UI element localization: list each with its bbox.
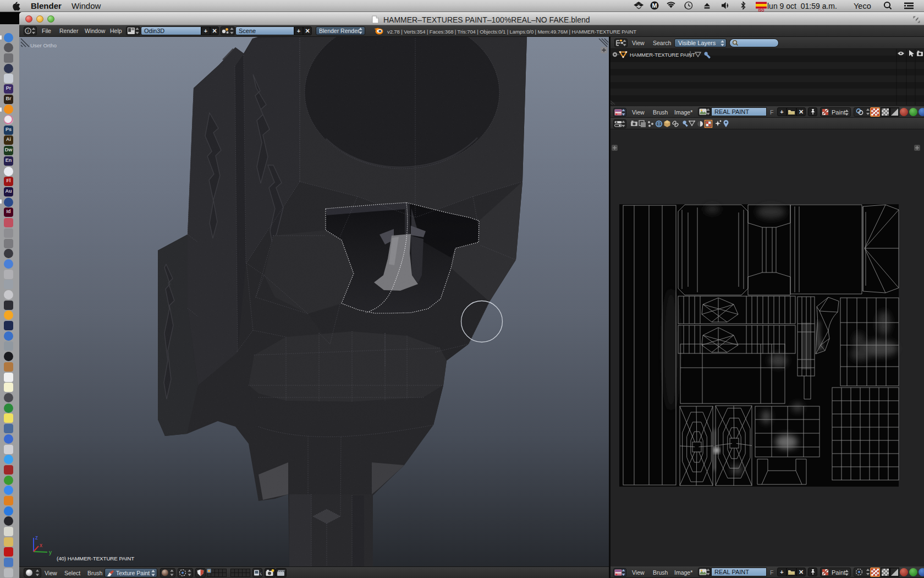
svg-text:ISO: ISO bbox=[758, 8, 764, 12]
svg-text:User Ortho: User Ortho bbox=[30, 42, 57, 48]
svg-text:M: M bbox=[652, 2, 657, 9]
svg-text:Yeco: Yeco bbox=[854, 2, 871, 10]
svg-text:z: z bbox=[35, 535, 38, 541]
svg-text:y: y bbox=[49, 549, 52, 555]
svg-text:x: x bbox=[40, 542, 42, 548]
svg-text:HAMMER-TEXTURE PAINT: HAMMER-TEXTURE PAINT bbox=[630, 52, 695, 58]
svg-text:(40) HAMMER-TEXTURE PAINT: (40) HAMMER-TEXTURE PAINT bbox=[57, 555, 134, 561]
svg-text:i: i bbox=[28, 28, 29, 34]
svg-text:↺: ↺ bbox=[260, 571, 262, 576]
svg-text:lun 9 oct 01:59 a.m.: lun 9 oct 01:59 a.m. bbox=[767, 2, 837, 10]
